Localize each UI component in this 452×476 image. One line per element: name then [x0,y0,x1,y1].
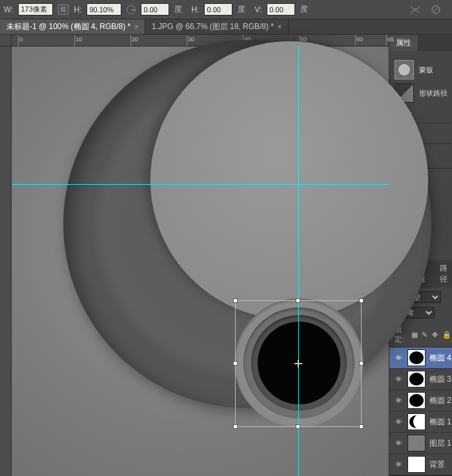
deg-label-2: 度 [238,4,245,15]
link-icon[interactable]: ⛓ [58,5,68,15]
visibility-icon[interactable]: 👁 [389,397,407,404]
ruler-tick-label: 20 [132,36,138,43]
mask-label: 蒙版 [419,65,433,75]
layer-row[interactable]: 👁椭圆 3 [389,369,452,390]
close-icon[interactable]: × [278,23,282,30]
handle-w[interactable] [233,361,238,366]
vshear-input[interactable] [267,3,295,16]
ruler-tick-label: 65 [387,36,394,43]
layer-name: 椭圆 2 [429,395,451,406]
angle-icon [127,5,136,14]
handle-se[interactable] [359,424,364,429]
canvas[interactable] [12,47,389,476]
visibility-icon[interactable]: 👁 [389,460,407,468]
visibility-icon[interactable]: 👁 [389,375,407,383]
handle-nw[interactable] [233,298,238,303]
transform-bbox[interactable] [235,300,362,427]
layer-thumb[interactable] [407,413,426,430]
layer-name: 椭圆 3 [429,374,451,385]
document-tabs: 未标题-1 @ 100% (椭圆 4, RGB/8) * × 1.JPG @ 6… [0,19,452,35]
visibility-icon[interactable]: 👁 [389,439,407,447]
layer-row[interactable]: 👁椭圆 4 [389,347,452,369]
layer-thumb[interactable] [407,392,426,409]
tab-doc-1[interactable]: 未标题-1 @ 100% (椭圆 4, RGB/8) * × [0,19,145,34]
angle-input[interactable] [141,3,169,16]
mask-icon [395,60,414,79]
layer-thumb[interactable] [407,349,426,366]
ruler-vertical[interactable] [0,47,12,476]
tab-paths[interactable]: 路径 [433,260,452,287]
layer-row[interactable]: 👁图层 1 [389,433,452,454]
width-input[interactable] [18,3,53,16]
layer-thumb[interactable] [407,435,426,451]
shape-path-label: 形状路径 [419,88,447,98]
transform-center-icon[interactable] [294,360,302,367]
tab-label: 1.JPG @ 66.7% (图层 18, RGB/8) * [152,21,274,32]
ruler-tick-label: 0 [19,36,23,43]
tab-doc-2[interactable]: 1.JPG @ 66.7% (图层 18, RGB/8) * × [145,19,289,34]
artwork-inner-circle [150,41,428,319]
handle-e[interactable] [359,361,364,366]
layer-thumb[interactable] [407,371,426,388]
handle-s[interactable] [296,424,300,429]
guide-horizontal[interactable] [12,184,389,185]
canvas-area: 010203040506065 [0,35,389,476]
tab-label: 未标题-1 @ 100% (椭圆 4, RGB/8) * [6,21,130,32]
close-icon[interactable]: × [134,23,138,30]
deg-label-3: 度 [300,4,308,15]
warp-icon[interactable] [409,4,421,16]
ruler-origin[interactable] [0,35,12,47]
layer-name: 椭圆 4 [429,353,451,364]
handle-sw[interactable] [233,424,238,429]
height-input[interactable] [87,3,121,16]
visibility-icon[interactable]: 👁 [389,354,407,362]
layer-name: 背景 [429,459,445,470]
lock-all-icon[interactable]: 🔒 [442,331,450,338]
ruler-tick-label: 30 [188,36,194,43]
ruler-horizontal[interactable]: 010203040506065 [12,35,389,47]
visibility-icon[interactable]: 👁 [389,418,407,426]
lock-transparency-icon[interactable]: ▦ [411,331,418,338]
hshear-input[interactable] [204,3,232,16]
layer-name: 椭圆 1 [429,417,451,428]
layer-list: 👁椭圆 4👁椭圆 3👁椭圆 2👁椭圆 1👁图层 1👁背景 [389,347,452,475]
height-label: H: [74,5,81,14]
deg-label-1: 度 [174,4,182,15]
handle-ne[interactable] [359,298,364,303]
hshear-label: H: [191,5,199,14]
options-bar: W: ⛓ H: 度 H: 度 V: 度 [0,0,452,19]
ruler-tick-label: 60 [356,36,363,43]
cancel-icon[interactable] [430,4,442,16]
vshear-label: V: [254,5,262,14]
layer-row[interactable]: 👁椭圆 2 [389,390,452,411]
layer-thumb[interactable] [407,456,426,473]
width-label: W: [4,5,13,14]
lock-pixels-icon[interactable]: ✎ [422,331,428,338]
layer-row[interactable]: 👁背景 [389,454,452,475]
svg-line-1 [433,7,438,12]
lock-position-icon[interactable]: ✥ [432,331,438,338]
layer-row[interactable]: 👁椭圆 1 [389,411,452,433]
ruler-tick-label: 10 [76,36,82,43]
layer-name: 图层 1 [429,438,451,449]
handle-n[interactable] [296,298,300,303]
